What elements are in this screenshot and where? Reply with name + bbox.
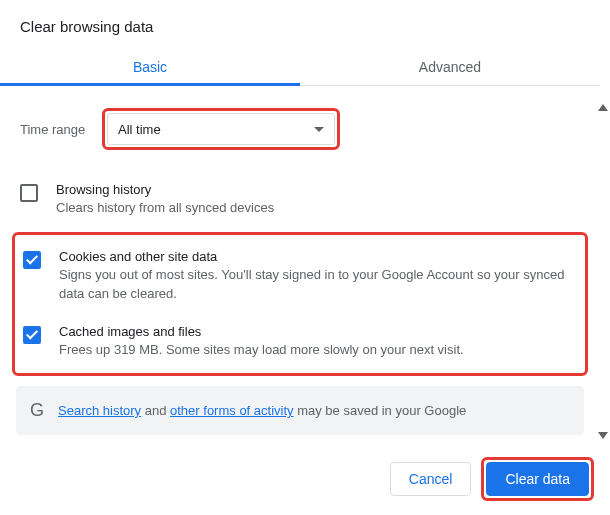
info-suffix: may be saved in your Google xyxy=(294,403,467,418)
tab-basic[interactable]: Basic xyxy=(0,47,300,85)
tab-advanced[interactable]: Advanced xyxy=(300,47,600,85)
item-browsing-history: Browsing history Clears history from all… xyxy=(16,176,584,224)
clear-data-highlight: Clear data xyxy=(481,457,594,501)
info-text: Search history and other forms of activi… xyxy=(58,403,466,418)
time-range-label: Time range xyxy=(16,122,102,137)
link-search-history[interactable]: Search history xyxy=(58,403,141,418)
checkbox-cache[interactable] xyxy=(23,326,41,344)
item-cache: Cached images and files Frees up 319 MB.… xyxy=(19,318,581,366)
item-text: Browsing history Clears history from all… xyxy=(56,182,274,218)
item-text: Cached images and files Frees up 319 MB.… xyxy=(59,324,464,360)
tab-bar: Basic Advanced xyxy=(0,47,600,86)
item-desc: Clears history from all synced devices xyxy=(56,199,274,218)
google-logo-icon: G xyxy=(30,400,44,421)
checkbox-cookies[interactable] xyxy=(23,251,41,269)
tab-advanced-label: Advanced xyxy=(419,59,481,75)
item-title: Cached images and files xyxy=(59,324,464,339)
item-title: Cookies and other site data xyxy=(59,249,577,264)
time-range-select[interactable]: All time xyxy=(107,113,335,145)
dialog-content: Time range All time Browsing history Cle… xyxy=(0,108,600,435)
time-range-highlight: All time xyxy=(102,108,340,150)
cancel-label: Cancel xyxy=(409,471,453,487)
chevron-down-icon xyxy=(314,127,324,132)
highlighted-items: Cookies and other site data Signs you ou… xyxy=(12,232,588,377)
google-info-box: G Search history and other forms of acti… xyxy=(16,386,584,435)
dialog-buttons: Cancel Clear data xyxy=(390,457,594,501)
dialog-title: Clear browsing data xyxy=(0,0,600,43)
item-cookies: Cookies and other site data Signs you ou… xyxy=(19,243,581,310)
tab-basic-label: Basic xyxy=(133,59,167,75)
link-other-activity[interactable]: other forms of activity xyxy=(170,403,294,418)
cancel-button[interactable]: Cancel xyxy=(390,462,472,496)
scroll-down-icon[interactable] xyxy=(598,432,608,439)
clear-data-label: Clear data xyxy=(505,471,570,487)
scroll-up-icon[interactable] xyxy=(598,104,608,111)
item-desc: Frees up 319 MB. Some sites may load mor… xyxy=(59,341,464,360)
clear-data-button[interactable]: Clear data xyxy=(486,462,589,496)
item-desc: Signs you out of most sites. You'll stay… xyxy=(59,266,577,304)
time-range-row: Time range All time xyxy=(16,108,584,150)
clear-browsing-data-dialog: Clear browsing data Basic Advanced Time … xyxy=(0,0,600,435)
time-range-value: All time xyxy=(118,122,161,137)
checkbox-browsing-history[interactable] xyxy=(20,184,38,202)
item-text: Cookies and other site data Signs you ou… xyxy=(59,249,577,304)
info-mid: and xyxy=(141,403,170,418)
item-title: Browsing history xyxy=(56,182,274,197)
